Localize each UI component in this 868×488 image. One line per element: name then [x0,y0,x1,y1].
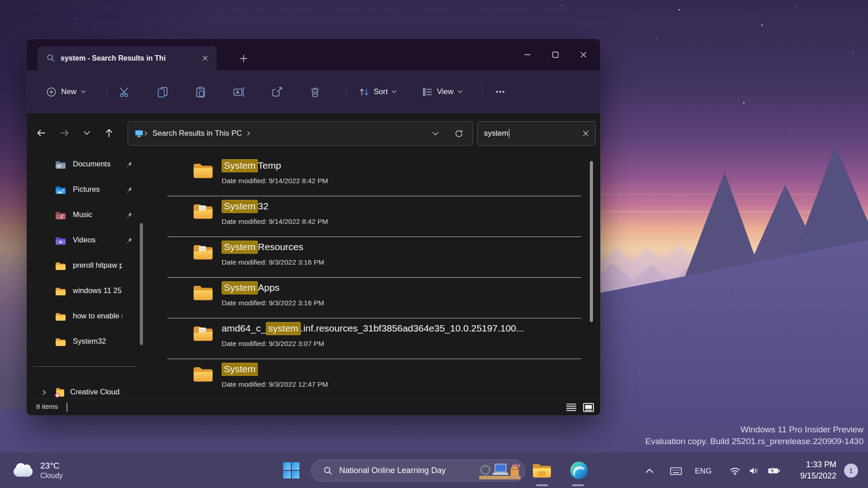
list-view-icon [565,403,577,412]
file-date: Date modified: 9/3/2022 12:47 PM [222,380,328,389]
recent-locations-button[interactable] [78,124,96,142]
chevron-down-icon [458,90,463,94]
more-options-button[interactable] [489,80,512,104]
copy-button[interactable] [151,80,174,104]
folder-icon [193,365,213,383]
file-row[interactable]: amd64_c_system.inf.resources_31bf3856ad3… [167,318,581,359]
new-button[interactable]: New [40,80,92,104]
file-date: Date modified: 9/3/2022 3:16 PM [222,299,324,307]
file-row[interactable]: System Date modified: 9/3/2022 12:47 PM [167,359,581,398]
rename-button[interactable] [227,80,251,104]
touch-keyboard-button[interactable] [666,461,686,481]
sidebar-item-system32[interactable]: System32 [30,332,139,353]
show-hidden-icons-button[interactable] [641,461,658,481]
language-indicator[interactable]: ENG [691,461,716,481]
tab-close-button[interactable] [199,52,211,65]
address-bar[interactable]: Search Results in This PC [128,121,473,146]
new-tab-button[interactable] [236,51,251,66]
sidebar-item-videos[interactable]: Videos [30,230,139,252]
sidebar-label: windows 11 251 [73,286,122,295]
sidebar-label: Documents [73,160,122,168]
large-icons-view-button[interactable] [581,401,596,414]
pin-icon [125,186,133,194]
clear-search-icon[interactable] [583,130,589,137]
file-row[interactable]: System32 Date modified: 9/14/2022 8:42 P… [167,196,581,237]
edge-running-indicator [572,484,584,486]
battery-charging-icon [768,467,780,475]
titlebar[interactable]: system - Search Results in Thi [27,39,600,70]
breadcrumb[interactable]: Search Results in This PC [152,129,242,138]
file-explorer-taskbar-button[interactable] [530,459,554,482]
close-icon [202,55,208,61]
more-icon [495,86,506,97]
notification-badge[interactable]: 1 [844,464,858,478]
file-name: SystemApps [222,281,280,296]
delete-button[interactable] [303,80,327,104]
file-row[interactable]: SystemTemp Date modified: 9/14/2022 8:42… [167,156,581,196]
wifi-button[interactable] [726,461,744,481]
forward-arrow-icon [59,128,70,138]
start-button[interactable] [280,459,303,482]
close-icon [579,50,588,60]
maximize-icon [550,50,560,60]
cut-button[interactable] [113,80,136,104]
view-button[interactable]: View [417,80,468,104]
file-name: SystemResources [222,241,303,255]
minimize-icon [522,50,532,60]
search-highlight: System [222,159,258,172]
explorer-tab[interactable]: system - Search Results in Thi [38,46,217,70]
search-highlight: System [222,363,258,376]
forward-button[interactable] [56,124,74,142]
share-button[interactable] [265,80,289,104]
volume-button[interactable] [745,461,763,481]
toolbar-divider [346,85,346,99]
sidebar-scrollbar[interactable] [140,223,143,345]
tab-title: system - Search Results in Thi [61,54,199,62]
file-row[interactable]: SystemApps Date modified: 9/3/2022 3:16 … [167,278,581,318]
close-button[interactable] [569,39,598,70]
pin-icon [125,212,133,219]
breadcrumb-chevron-icon [247,131,251,136]
back-button[interactable] [32,124,50,142]
sidebar-item-music[interactable]: Music [30,205,139,227]
sidebar-item-windows-11[interactable]: windows 11 251 [30,281,139,303]
share-icon [271,86,283,98]
refresh-icon[interactable] [454,129,464,138]
up-button[interactable] [100,124,118,142]
desktop: Windows 11 Pro Insider Preview Evaluatio… [0,0,868,488]
plus-icon [240,55,247,62]
list-scrollbar[interactable] [590,161,593,322]
address-dropdown-icon[interactable] [432,131,439,136]
view-icon [422,86,433,97]
taskbar-search-text: National Online Learning Day [339,466,477,475]
file-date: Date modified: 9/14/2022 8:42 PM [222,218,328,226]
sidebar-item-preroll-hitpaw[interactable]: preroll hitpaw ph [30,256,139,277]
sidebar-item-pictures[interactable]: Pictures [30,180,139,201]
battery-button[interactable] [764,461,783,481]
chevron-up-icon [645,468,654,474]
file-date: Date modified: 9/3/2022 3:16 PM [222,258,324,266]
sidebar-label: how to enable n [73,312,122,320]
copy-icon [157,86,169,98]
weather-widget[interactable]: 23°C Cloudy [8,457,66,484]
file-row[interactable]: SystemResources Date modified: 9/3/2022 … [167,237,581,278]
sort-button[interactable]: Sort [353,80,402,104]
edge-taskbar-button[interactable] [567,459,591,482]
sidebar-item-how-to-enable[interactable]: how to enable n [30,306,139,328]
details-view-button[interactable] [564,401,579,414]
paste-button[interactable] [189,80,212,104]
folder-icon [55,337,66,347]
taskbar-search-box[interactable]: National Online Learning Day [311,460,525,482]
rename-icon [233,86,245,98]
file-name: System [222,363,258,377]
maximize-button[interactable] [541,39,569,70]
minimize-button[interactable] [513,39,541,70]
edge-browser-icon [569,460,589,480]
clock[interactable]: 1:33 PM 9/15/2022 [800,459,836,482]
file-name: SystemTemp [222,159,281,174]
expand-chevron-icon[interactable] [41,389,47,395]
breadcrumb-chevron-icon [144,131,148,136]
sidebar-item-documents[interactable]: Documents [30,154,139,176]
watermark-line2: Evaluation copy. Build 25201.rs_prerelea… [645,436,863,447]
search-input[interactable]: system [477,121,596,146]
